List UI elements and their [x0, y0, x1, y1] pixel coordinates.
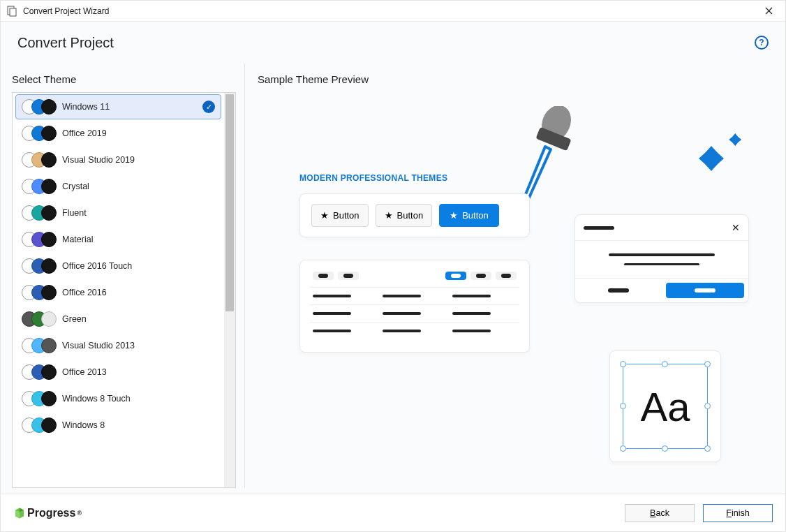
star-icon: ★	[385, 210, 393, 221]
theme-label: Windows 11	[62, 102, 197, 112]
close-button[interactable]	[757, 1, 780, 22]
theme-label: Crystal	[62, 182, 215, 191]
preview-canvas: MODERN PROFESSIONAL THEMES ★Button ★Butt…	[258, 92, 777, 486]
theme-swatches	[22, 285, 57, 300]
svg-rect-1	[10, 8, 16, 16]
preview-grid-card	[299, 260, 530, 353]
theme-label: Fluent	[62, 208, 215, 218]
theme-label: Windows 8 Touch	[62, 394, 215, 404]
theme-item[interactable]: Green	[15, 306, 221, 332]
theme-swatches	[22, 205, 57, 221]
theme-list-container: Windows 11✓Office 2019Visual Studio 2019…	[12, 92, 236, 488]
wizard-window: Convert Project Wizard Convert Project ?…	[0, 0, 786, 532]
resize-handle	[704, 403, 711, 409]
theme-list[interactable]: Windows 11✓Office 2019Visual Studio 2019…	[13, 93, 224, 487]
theme-swatches	[22, 364, 57, 380]
theme-item[interactable]: Visual Studio 2013	[15, 333, 221, 358]
resize-handle	[620, 403, 626, 409]
preview-typography-card: Aa	[609, 350, 721, 462]
star-icon: ★	[320, 210, 329, 221]
theme-item[interactable]: Windows 8	[15, 413, 221, 438]
theme-item[interactable]: Fluent	[15, 200, 221, 226]
dialog-body	[575, 241, 748, 278]
theme-label: Material	[62, 235, 215, 244]
grid-header	[310, 269, 519, 283]
scrollbar[interactable]	[224, 93, 235, 487]
dialog-button	[579, 283, 658, 298]
resize-handle	[620, 445, 626, 452]
theme-item[interactable]: Visual Studio 2019	[15, 147, 221, 172]
preview-buttons-card: ★Button ★Button ★Button	[299, 193, 530, 237]
theme-item[interactable]: Office 2013	[15, 360, 221, 385]
dialog-title-placeholder	[584, 226, 614, 230]
resize-handle	[704, 361, 711, 367]
preview-button: ★Button	[311, 204, 369, 227]
color-swatch	[41, 285, 57, 300]
theme-label: Office 2019	[62, 128, 215, 138]
preview-dialog-card: ✕	[574, 214, 749, 303]
grid-row	[310, 287, 519, 304]
resize-handle	[662, 445, 668, 452]
theme-label: Windows 8	[62, 420, 215, 430]
color-swatch	[41, 99, 57, 114]
wizard-header: Convert Project ?	[1, 22, 785, 64]
wizard-body: Select Theme Windows 11✓Office 2019Visua…	[1, 64, 785, 494]
theme-item[interactable]: Office 2016 Touch	[15, 253, 221, 279]
finish-button[interactable]: Finish	[703, 504, 773, 522]
theme-swatches	[22, 391, 57, 406]
color-swatch	[41, 258, 57, 274]
preview-button: ★Button	[376, 204, 433, 227]
theme-item[interactable]: Office 2016	[15, 280, 221, 305]
color-swatch	[41, 179, 57, 194]
theme-swatches	[22, 338, 57, 353]
app-icon	[6, 6, 17, 17]
color-swatch	[41, 364, 57, 380]
progress-logo: Progress®	[13, 507, 616, 519]
brand-text: Progress	[27, 507, 75, 519]
theme-select-pane: Select Theme Windows 11✓Office 2019Visua…	[9, 64, 245, 488]
star-icon: ★	[450, 210, 458, 221]
theme-swatches	[22, 99, 57, 114]
titlebar: Convert Project Wizard	[1, 1, 785, 22]
grid-row	[310, 322, 519, 339]
theme-swatches	[22, 232, 57, 247]
back-button[interactable]: Back	[625, 504, 695, 522]
wizard-footer: Progress® Back Finish	[1, 494, 785, 531]
themes-category-label: MODERN PROFESSIONAL THEMES	[299, 173, 447, 183]
scrollbar-thumb[interactable]	[225, 94, 234, 311]
theme-label: Office 2016	[62, 288, 215, 297]
theme-swatches	[22, 418, 57, 433]
theme-swatches	[22, 152, 57, 168]
resize-handle	[704, 445, 711, 452]
theme-item[interactable]: Windows 8 Touch	[15, 386, 221, 411]
color-swatch	[41, 391, 57, 406]
sparkle-icon	[686, 127, 749, 190]
theme-swatches	[22, 126, 57, 141]
grid-row	[310, 304, 519, 322]
resize-handle	[620, 361, 626, 367]
color-swatch	[41, 152, 57, 168]
color-swatch	[41, 232, 57, 247]
theme-label: Green	[62, 314, 215, 324]
color-swatch	[41, 418, 57, 433]
help-button[interactable]: ?	[755, 36, 769, 50]
theme-swatches	[22, 179, 57, 194]
theme-item[interactable]: Office 2019	[15, 121, 221, 146]
theme-item[interactable]: Windows 11✓	[15, 94, 221, 119]
selected-check-icon: ✓	[202, 101, 215, 113]
selection-box	[623, 364, 708, 449]
dialog-titlebar: ✕	[575, 215, 748, 241]
theme-item[interactable]: Crystal	[15, 174, 221, 199]
preview-heading: Sample Theme Preview	[258, 64, 777, 92]
theme-label: Visual Studio 2019	[62, 155, 215, 165]
theme-label: Office 2016 Touch	[62, 261, 215, 271]
dialog-button-primary	[666, 283, 744, 298]
resize-handle	[662, 361, 668, 367]
dialog-close-icon: ✕	[732, 222, 740, 233]
color-swatch	[41, 126, 57, 141]
theme-item[interactable]: Material	[15, 227, 221, 252]
color-swatch	[41, 338, 57, 353]
preview-pane: Sample Theme Preview	[245, 64, 777, 488]
theme-swatches	[22, 311, 57, 327]
theme-label: Visual Studio 2013	[62, 341, 215, 350]
